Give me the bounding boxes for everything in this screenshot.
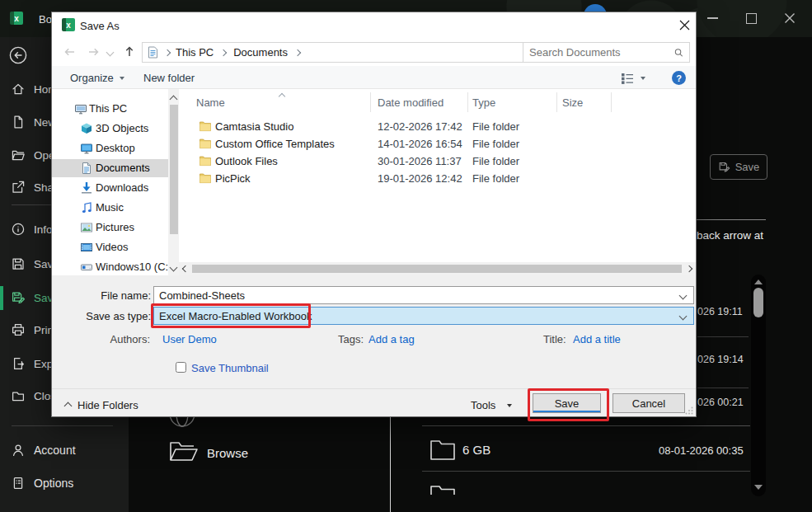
search-box[interactable] [523,42,690,63]
file-row[interactable]: Camtasia Studio 12-02-2026 17:42 File fo… [181,118,696,135]
open-folder-icon [11,148,26,162]
title-label: Title: [543,333,566,345]
save-thumbnail-label: Save Thumbnail [191,362,269,374]
file-name-combobox[interactable] [153,286,694,304]
info-icon [11,222,26,237]
3d-objects-icon [80,122,93,135]
column-header-date-modified[interactable]: Date modified [378,96,444,109]
maximize-icon[interactable] [746,13,757,24]
address-bar[interactable]: This PC Documents [142,42,565,63]
hide-folders-button[interactable]: Hide Folders [77,399,138,411]
column-header-name[interactable]: Name [196,96,225,109]
active-item-accent-bar [0,286,3,310]
pane-separator [390,417,391,512]
pictures-icon [80,221,93,234]
divider [422,425,750,426]
folder-icon [199,120,212,133]
save-as-icon [11,290,26,305]
scrollbar-thumb[interactable] [170,105,178,234]
tree-item-music[interactable]: Music [52,199,168,217]
save-as-type-dropdown-icon[interactable] [679,312,688,320]
authors-label: Authors: [68,333,150,345]
back-arrow-icon[interactable] [8,45,28,65]
nav-forward-icon[interactable] [87,45,101,59]
recent-item-time: 026 19:14 [697,354,744,365]
help-icon[interactable]: ? [672,71,686,85]
file-name-label: File name: [68,289,151,302]
dialog-close-icon[interactable] [679,20,690,31]
views-dropdown-icon[interactable] [641,77,645,80]
document-icon [148,46,158,59]
browse-folder-icon[interactable] [169,439,199,463]
cancel-button[interactable]: Cancel [613,393,685,413]
title-add-link[interactable]: Add a title [573,333,621,345]
tools-dropdown-icon [507,404,512,407]
folder-icon [429,439,456,461]
tree-item-windows-drive[interactable]: Windows10 (C:) [52,258,168,276]
column-header-type[interactable]: Type [472,96,495,109]
excel-dialog-icon: x [62,18,75,31]
column-divider[interactable] [467,92,468,112]
tags-add-link[interactable]: Add a tag [368,333,415,345]
options-icon [11,476,26,491]
tree-item-downloads[interactable]: Downloads [52,179,168,197]
desktop-icon [80,142,93,155]
breadcrumb-documents[interactable]: Documents [233,46,288,59]
scrollbar-thumb[interactable] [192,265,682,273]
scroll-down-icon[interactable] [754,485,763,490]
nav-back-icon[interactable] [63,45,77,59]
tree-item-documents-selected[interactable]: Documents [52,159,168,177]
nav-up-icon[interactable] [123,45,136,59]
minimize-icon[interactable] [707,17,718,19]
new-folder-button[interactable]: New folder [143,72,195,84]
scrollbar-thumb[interactable] [753,288,763,317]
column-divider[interactable] [370,92,371,112]
search-icon [674,47,683,59]
downloads-icon [80,181,93,195]
documents-icon [80,162,93,175]
sidebar-item-account[interactable]: Account [0,440,129,460]
recent-folder-name[interactable]: 6 GB [462,443,490,457]
file-row[interactable]: PicPick 19-01-2026 12:42 File folder [181,170,696,187]
column-divider[interactable] [611,92,612,112]
browse-label[interactable]: Browse [207,446,248,460]
this-pc-icon [74,102,87,115]
close-window-icon[interactable] [783,12,796,25]
file-row[interactable]: Custom Office Templates 14-01-2026 16:54… [181,135,696,153]
music-icon [80,201,93,214]
dialog-title-bar [52,12,696,38]
tools-button[interactable]: Tools [471,399,512,411]
views-icon[interactable] [621,72,634,85]
file-name-input[interactable] [154,289,680,302]
backstage-save-button[interactable]: Save [710,154,767,180]
scroll-up-icon[interactable] [754,279,763,284]
save-thumbnail-checkbox[interactable] [176,362,186,373]
file-name-dropdown-icon[interactable] [679,291,688,299]
column-header-size[interactable]: Size [562,96,583,109]
divider [697,219,766,220]
windows-drive-icon [80,261,93,274]
tree-item-this-pc[interactable]: This PC [52,100,168,118]
breadcrumb-this-pc[interactable]: This PC [176,46,214,59]
scroll-left-icon[interactable] [182,265,189,272]
tree-item-videos[interactable]: Videos [52,238,168,256]
authors-value[interactable]: User Demo [162,333,217,345]
share-icon [11,180,26,195]
file-row[interactable]: Outlook Files 30-01-2026 11:37 File fold… [181,153,696,170]
tree-item-desktop[interactable]: Desktop [52,139,168,157]
organize-button[interactable]: Organize [70,72,124,84]
search-input[interactable] [523,46,674,59]
home-icon [11,82,26,96]
sidebar-item-options[interactable]: Options [0,473,129,493]
scroll-right-icon[interactable] [686,265,692,272]
tree-item-3d-objects[interactable]: 3D Objects [52,120,168,138]
divider [422,471,750,472]
resize-grip-icon[interactable] [685,406,693,415]
folder-icon [199,137,212,150]
list-horizontal-scrollbar[interactable] [179,262,696,275]
tree-item-pictures[interactable]: Pictures [52,218,168,237]
tree-scrollbar[interactable] [168,89,179,275]
backstage-scrollbar[interactable] [751,275,766,496]
sidebar-divider [12,425,113,426]
column-divider[interactable] [556,92,557,112]
